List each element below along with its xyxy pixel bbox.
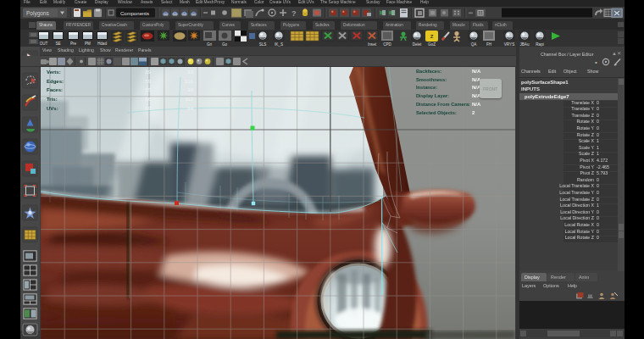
svg-text:Rapi: Rapi (536, 42, 543, 47)
svg-text:VRYS: VRYS (504, 42, 514, 47)
svg-text:•: • (595, 58, 597, 66)
svg-text:Inset: Inset (368, 42, 377, 47)
svg-text:Pre: Pre (70, 42, 77, 46)
svg-text:Gri: Gri (207, 42, 212, 47)
svg-text:QA: QA (471, 42, 478, 47)
svg-text:GoZ: GoZ (428, 42, 436, 47)
svg-text:SE: SE (55, 42, 60, 46)
svg-text:Components: Components (120, 11, 149, 16)
svg-text:JBAu: JBAu (520, 42, 530, 47)
svg-text:Go: Go (222, 42, 228, 47)
svg-text:IK_S: IK_S (275, 42, 283, 47)
svg-text:PM: PM (85, 42, 91, 46)
svg-text:OUT: OUT (40, 42, 48, 46)
svg-text:CPD: CPD (383, 42, 391, 47)
svg-text:FH: FH (486, 42, 491, 47)
svg-text:SLS: SLS (259, 42, 267, 47)
svg-text:Hdad: Hdad (97, 42, 107, 46)
svg-text:Polygons: Polygons (26, 10, 49, 17)
svg-text:Z: Z (430, 34, 434, 39)
svg-text:?: ? (291, 9, 297, 18)
svg-text:Delet: Delet (413, 42, 422, 47)
